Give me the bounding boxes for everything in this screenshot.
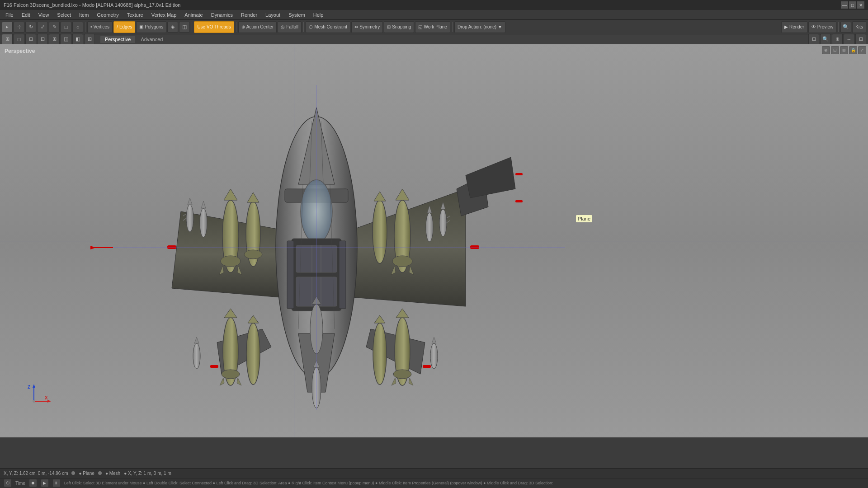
- status-bar-bottom: ⏱ Time ⏺ ▶ ⏸ Left Click: Select 3D Eleme…: [0, 479, 868, 488]
- action-center-icon: ⊕: [241, 24, 245, 29]
- vp-ctrl3[interactable]: ⊕: [832, 34, 843, 45]
- search-button[interactable]: 🔍: [840, 22, 851, 33]
- falloff-button[interactable]: ◎ Falloff: [278, 21, 302, 33]
- menu-geometry[interactable]: Geometry: [93, 11, 122, 19]
- snapping-button[interactable]: ⊞ Snapping: [384, 21, 414, 33]
- symmetry-icon: ⇔: [354, 24, 358, 29]
- menu-animate[interactable]: Animate: [181, 11, 206, 19]
- menu-texture[interactable]: Texture: [123, 11, 147, 19]
- sep2: [192, 22, 192, 32]
- menu-file[interactable]: File: [2, 11, 17, 19]
- drop-action-button[interactable]: Drop Action: (none) ▼: [454, 21, 505, 33]
- vertices-button[interactable]: • Vertices: [87, 21, 113, 33]
- title-bar: F16 Falcon 3Dscene_bundled.lxo - Modo [A…: [0, 0, 868, 10]
- mesh-dot: [98, 471, 102, 475]
- preview-button[interactable]: 👁 Preview: [808, 21, 837, 33]
- viewport-background: [0, 44, 868, 437]
- polygons-button[interactable]: ▣ Polygons: [136, 21, 166, 33]
- edges-button[interactable]: / Edges: [113, 21, 135, 33]
- time-label: Time: [15, 481, 25, 486]
- menu-vertex-map[interactable]: Vertex Map: [148, 11, 180, 19]
- vp-zoom-btn[interactable]: ⊡: [831, 46, 839, 54]
- edges-icon: /: [117, 24, 118, 29]
- menu-help[interactable]: Help: [310, 11, 327, 19]
- sep5: [452, 22, 453, 32]
- viewport-label: Perspective: [5, 48, 35, 54]
- menu-layout[interactable]: Layout: [262, 11, 284, 19]
- menu-edit[interactable]: Edit: [18, 11, 34, 19]
- svg-text:X: X: [45, 395, 48, 400]
- coords2-display: ● X, Y, Z: 1 m, 0 m, 1 m: [124, 471, 171, 476]
- maximize-button[interactable]: □: [849, 1, 856, 9]
- svg-point-89: [33, 400, 35, 403]
- vp-opt1-btn[interactable]: ◫: [61, 34, 71, 45]
- stop-btn[interactable]: ⏸: [52, 479, 61, 487]
- advanced-tab[interactable]: Advanced: [136, 36, 167, 43]
- minimize-button[interactable]: —: [841, 1, 848, 9]
- vp-split-v-btn[interactable]: ⊡: [37, 34, 48, 45]
- play-btn[interactable]: ▶: [41, 479, 49, 487]
- vp-ctrl1[interactable]: ⊡: [808, 34, 819, 45]
- menu-select[interactable]: Select: [53, 11, 75, 19]
- work-plane-button[interactable]: ◱ Work Plane: [415, 21, 450, 33]
- mesh-constraint-button[interactable]: ⬡ Mesh Constraint: [306, 21, 350, 33]
- vp-single-btn[interactable]: □: [14, 34, 24, 45]
- vp-fit-btn[interactable]: ⊠: [840, 46, 848, 54]
- sep3: [236, 22, 236, 32]
- material-tool[interactable]: ◈: [167, 22, 178, 33]
- vo-threads-button[interactable]: Use VO Threads: [194, 21, 234, 33]
- axis-indicator: X Z: [25, 383, 52, 410]
- close-button[interactable]: ✕: [857, 1, 864, 9]
- work-plane-icon: ◱: [418, 24, 422, 29]
- vp-lock-btn[interactable]: 🔒: [849, 46, 857, 54]
- vp-ctrl2[interactable]: 🔍: [820, 34, 831, 45]
- falloff-icon: ◎: [281, 24, 285, 29]
- window-controls: — □ ✕: [841, 1, 864, 9]
- action-center-button[interactable]: ⊕ Action Center: [238, 21, 277, 33]
- viewport-controls-tr: ⊕ ⊡ ⊠ 🔒 ⤢: [822, 46, 866, 54]
- status-bar-top: X, Y, Z: 1.62 cm, 0 m, -14.96 cm ● Plane…: [0, 469, 868, 479]
- tool-transform[interactable]: ⊹: [14, 22, 24, 33]
- vp-ctrl4[interactable]: ↔: [844, 34, 854, 45]
- tool-paint[interactable]: ✎: [49, 22, 60, 33]
- kits-button[interactable]: Kits: [852, 21, 866, 33]
- perspective-label: Perspective: [5, 48, 35, 54]
- vp-split-h-btn[interactable]: ⊟: [25, 34, 36, 45]
- main-viewport[interactable]: Plane Perspective X Z ⊕ ⊡ ⊠ 🔒 ⤢: [0, 44, 868, 437]
- snapping-icon: ⊞: [387, 24, 391, 29]
- preview-icon: 👁: [811, 24, 816, 29]
- tool-rotate[interactable]: ↻: [25, 22, 36, 33]
- plane-dot: [71, 471, 75, 475]
- menu-view[interactable]: View: [35, 11, 53, 19]
- vp-expand-btn[interactable]: ⤢: [858, 46, 866, 54]
- tool-box[interactable]: □: [61, 22, 71, 33]
- menu-bar: File Edit View Select Item Geometry Text…: [0, 10, 868, 20]
- record-btn[interactable]: ⏺: [29, 479, 37, 487]
- tool-scale[interactable]: ⤢: [37, 22, 48, 33]
- tool-sphere[interactable]: ○: [72, 22, 83, 33]
- svg-text:Z: Z: [28, 385, 30, 389]
- dropdown-icon: ▼: [498, 24, 502, 29]
- render-button[interactable]: ▶ Render: [781, 21, 807, 33]
- tool-select[interactable]: ▸: [2, 22, 13, 33]
- sep4: [303, 22, 304, 32]
- perspective-tab[interactable]: Perspective: [100, 36, 135, 43]
- menu-item[interactable]: Item: [75, 11, 92, 19]
- menu-system[interactable]: System: [285, 11, 309, 19]
- vp-quad-btn[interactable]: ⊞: [49, 34, 60, 45]
- uv-tool[interactable]: ◫: [179, 22, 190, 33]
- symmetry-button[interactable]: ⇔ Symmetry: [351, 21, 383, 33]
- time-icon[interactable]: ⏱: [4, 479, 12, 487]
- menu-dynamics[interactable]: Dynamics: [208, 11, 236, 19]
- window-title: F16 Falcon 3Dscene_bundled.lxo - Modo [A…: [4, 2, 841, 8]
- vp-ctrl5[interactable]: ⊞: [855, 34, 866, 45]
- sep6: [838, 22, 839, 32]
- plane-status: ● Plane: [79, 471, 94, 476]
- vertices-icon: •: [90, 24, 92, 29]
- render-icon: ▶: [784, 24, 788, 29]
- menu-render[interactable]: Render: [237, 11, 261, 19]
- vp-opt3-btn[interactable]: ⊞: [84, 34, 95, 45]
- vp-opt2-btn[interactable]: ◧: [72, 34, 83, 45]
- vp-layout-btn[interactable]: ⊞: [2, 34, 13, 45]
- vp-reset-btn[interactable]: ⊕: [822, 46, 830, 54]
